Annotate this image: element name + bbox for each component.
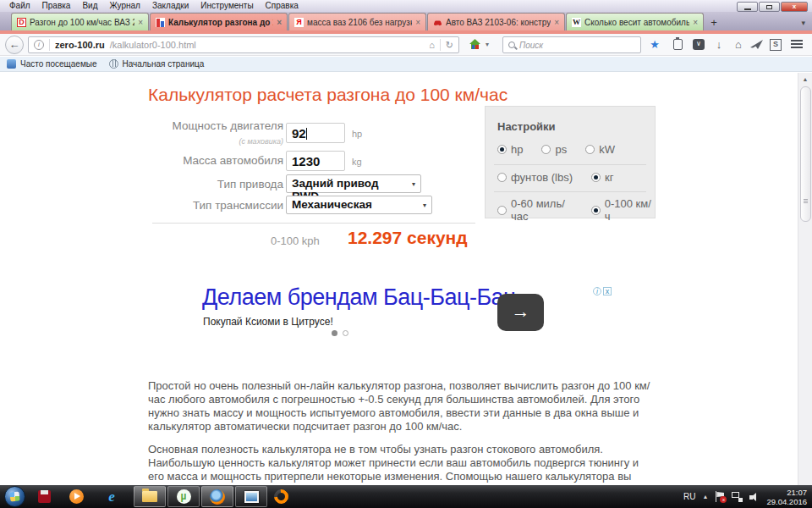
menu-tools[interactable]: Инструменты	[195, 0, 259, 12]
firefox-icon	[210, 489, 225, 505]
text-caret	[306, 128, 307, 140]
menu-edit[interactable]: Правка	[36, 0, 77, 12]
pocket-icon[interactable]: ∨	[690, 37, 707, 52]
tab-massa-yandex[interactable]: Я масса ваз 2106 без нагрузки — Янд ... …	[288, 13, 426, 30]
new-tab-button[interactable]: +	[705, 15, 723, 30]
menu-view[interactable]: Вид	[76, 0, 103, 12]
radio-mph[interactable]	[497, 206, 507, 215]
taskbar-app-firefox[interactable]	[201, 486, 233, 507]
menu-file[interactable]: Файл	[3, 0, 36, 12]
bookmark-most-visited[interactable]: Часто посещаемые	[7, 59, 97, 69]
downloads-icon[interactable]: ↓	[710, 37, 727, 52]
transmission-label: Тип трансмиссии	[148, 199, 283, 212]
menu-bookmarks[interactable]: Закладки	[146, 0, 195, 12]
extension-dropdown-icon[interactable]: ▾	[486, 41, 489, 48]
tab-close-icon[interactable]: ×	[693, 18, 698, 27]
bookmark-label: Часто посещаемые	[20, 59, 97, 69]
radio-hp[interactable]	[497, 145, 507, 154]
alert-badge-icon: x	[720, 496, 727, 503]
tab-razgon-vaz[interactable]: D Разгон до 100 км/час ВАЗ 2106 1.6 ... …	[11, 13, 149, 30]
reader-mode-icon[interactable]: ⌂	[429, 37, 435, 52]
ad-next-button[interactable]: →	[497, 294, 544, 331]
radio-kw[interactable]	[585, 145, 595, 154]
pinned-app-media-player[interactable]	[66, 487, 86, 506]
tab-close-icon[interactable]: ×	[415, 18, 420, 27]
action-center-flag-icon[interactable]: x	[715, 491, 725, 502]
extension-home-icon[interactable]	[469, 38, 481, 51]
tab-close-icon[interactable]: ×	[277, 18, 282, 27]
tab-avto-vaz[interactable]: Авто ВАЗ 2103-06: конструкция, ха... ×	[427, 13, 565, 30]
radio-ps[interactable]	[541, 145, 551, 154]
yandex-favicon: Я	[294, 18, 304, 27]
bookmark-star-icon[interactable]: ★	[646, 37, 663, 52]
floppy-icon	[38, 490, 51, 503]
address-bar[interactable]: i zero-100.ru/kalkulator0-100.html ⌂ ↻	[28, 36, 459, 53]
power-input[interactable]: 92	[286, 123, 345, 143]
pinned-app-recorder[interactable]	[34, 487, 54, 506]
page-title: Калькулятор расчета разгона до 100 км/ча…	[148, 85, 508, 105]
folder-icon	[142, 491, 157, 502]
taskbar-app-photo-viewer[interactable]	[235, 486, 267, 507]
tab-close-icon[interactable]: ×	[554, 18, 559, 27]
scroll-up-icon[interactable]: ▲	[798, 73, 812, 86]
tab-close-icon[interactable]: ×	[138, 18, 143, 27]
calculator-favicon	[156, 18, 165, 27]
volume-icon[interactable]	[749, 492, 760, 502]
ad-subtitle[interactable]: Покупай Ксиоми в Цитрусе!	[203, 316, 333, 328]
bookmark-home-page[interactable]: Начальная страница	[109, 59, 205, 69]
drive-type-select[interactable]: Задний привод RWD ▾	[286, 174, 421, 193]
mass-input[interactable]: 1230	[286, 151, 345, 171]
menu-hamburger-icon[interactable]	[788, 37, 805, 52]
windows-logo-icon	[9, 491, 19, 501]
language-indicator[interactable]: RU	[683, 492, 695, 501]
tab-wikipedia[interactable]: W Сколько весит автомобиль ВАЗ (Ж... ×	[566, 13, 704, 30]
clipboard-icon	[673, 39, 683, 50]
tab-calculator-active[interactable]: Калькулятор разгона до 100 ×	[150, 13, 288, 30]
radio-hp-label: hp	[511, 143, 523, 156]
start-button[interactable]	[4, 486, 25, 507]
radio-kg[interactable]	[591, 173, 601, 182]
list-all-tabs-icon[interactable]: ▾	[801, 19, 805, 27]
taskbar-app-utorrent[interactable]: µ	[167, 486, 200, 507]
ad-headline[interactable]: Делаем брендам Бац-Бац-Бац	[202, 284, 516, 311]
adchoices-info-icon[interactable]: i	[593, 287, 601, 295]
tab-title: Авто ВАЗ 2103-06: конструкция, ха...	[446, 18, 551, 27]
search-bar[interactable]: Поиск	[502, 36, 641, 53]
swirl-icon	[271, 487, 291, 507]
pinned-app-internet-explorer[interactable]: e	[102, 487, 122, 506]
restore-icon	[766, 5, 772, 9]
close-button[interactable]: x	[781, 2, 808, 12]
divider	[152, 223, 475, 224]
scrollbar-thumb[interactable]	[800, 86, 811, 222]
menu-history[interactable]: Журнал	[103, 0, 146, 12]
radio-lbs[interactable]	[497, 173, 507, 182]
reload-icon[interactable]: ↻	[446, 37, 453, 52]
send-tab-icon[interactable]	[748, 37, 765, 52]
taskbar-app-explorer[interactable]	[134, 486, 166, 507]
radio-lbs-label: фунтов (lbs)	[511, 171, 573, 184]
clock[interactable]: 21:07 29.04.2016	[766, 488, 807, 506]
radio-kmh[interactable]	[591, 206, 601, 215]
carousel-dot-active[interactable]	[332, 330, 337, 336]
ad-close-icon[interactable]: x	[603, 287, 612, 295]
restore-button[interactable]	[759, 2, 780, 12]
back-button[interactable]: ←	[5, 36, 24, 54]
savefrom-extension-icon[interactable]: S	[767, 37, 784, 52]
site-info-icon[interactable]: i	[34, 40, 44, 50]
mass-unit: kg	[352, 157, 362, 167]
transmission-select[interactable]: Механическая ▾	[286, 196, 432, 214]
taskbar-app-download-manager[interactable]	[271, 487, 291, 506]
menu-help[interactable]: Справка	[260, 0, 304, 12]
page-scrollbar[interactable]: ▲	[798, 73, 812, 485]
bookmarks-panel-icon[interactable]	[669, 37, 686, 52]
scrollbar-grip	[804, 199, 808, 204]
tray-expand-icon[interactable]: ▲	[703, 494, 709, 500]
car-favicon	[433, 18, 442, 27]
navigation-toolbar: ← i zero-100.ru/kalkulator0-100.html ⌂ ↻…	[0, 34, 812, 56]
home-icon[interactable]: ⌂	[730, 37, 747, 52]
network-icon[interactable]	[732, 492, 743, 502]
carousel-dot[interactable]	[343, 330, 348, 336]
search-placeholder: Поиск	[519, 41, 543, 50]
minimize-button[interactable]	[737, 2, 758, 12]
divider	[494, 191, 646, 192]
